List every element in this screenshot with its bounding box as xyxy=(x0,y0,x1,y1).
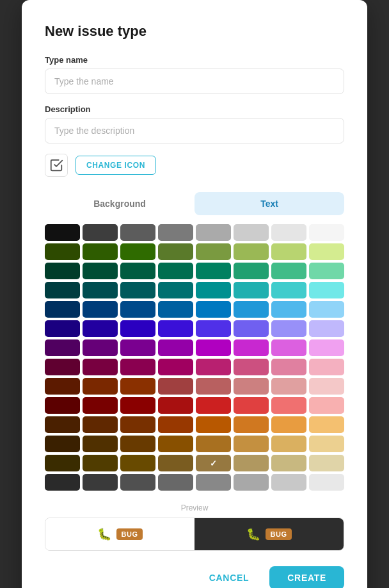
create-button[interactable]: CREATE xyxy=(269,566,344,588)
color-swatch[interactable] xyxy=(234,263,269,279)
color-swatch[interactable] xyxy=(45,339,80,356)
color-swatch[interactable] xyxy=(45,436,80,452)
color-swatch[interactable] xyxy=(196,397,231,414)
color-swatch[interactable] xyxy=(271,243,306,260)
color-swatch[interactable] xyxy=(309,474,344,491)
tab-text[interactable]: Text xyxy=(194,192,344,215)
color-swatch[interactable] xyxy=(83,397,118,414)
color-swatch[interactable] xyxy=(271,359,306,375)
color-swatch[interactable] xyxy=(158,436,193,452)
color-swatch[interactable] xyxy=(271,474,306,491)
color-swatch[interactable] xyxy=(309,378,344,395)
color-swatch[interactable] xyxy=(45,263,80,279)
color-swatch[interactable] xyxy=(309,243,344,260)
color-swatch[interactable] xyxy=(271,301,306,318)
color-swatch[interactable] xyxy=(83,224,118,241)
color-swatch[interactable] xyxy=(158,282,193,298)
color-swatch[interactable] xyxy=(45,397,80,414)
color-swatch[interactable] xyxy=(120,320,155,337)
color-swatch[interactable] xyxy=(196,224,231,241)
color-swatch[interactable] xyxy=(271,436,306,452)
color-swatch[interactable] xyxy=(234,282,269,298)
color-swatch[interactable] xyxy=(234,243,269,260)
color-swatch[interactable] xyxy=(83,455,118,471)
color-swatch[interactable] xyxy=(45,320,80,337)
color-swatch[interactable] xyxy=(158,263,193,279)
color-swatch[interactable] xyxy=(120,282,155,298)
color-swatch[interactable] xyxy=(196,282,231,298)
color-swatch[interactable] xyxy=(234,359,269,375)
color-swatch[interactable] xyxy=(309,339,344,356)
color-swatch[interactable] xyxy=(309,301,344,318)
color-swatch[interactable] xyxy=(158,224,193,241)
color-swatch[interactable] xyxy=(196,339,231,356)
color-swatch[interactable] xyxy=(158,455,193,471)
color-swatch[interactable] xyxy=(45,282,80,298)
cancel-button[interactable]: CANCEL xyxy=(196,566,262,588)
color-swatch[interactable] xyxy=(83,339,118,356)
color-swatch[interactable] xyxy=(45,455,80,471)
color-swatch[interactable] xyxy=(196,436,231,452)
color-swatch[interactable] xyxy=(120,474,155,491)
color-swatch[interactable] xyxy=(196,455,231,471)
color-swatch[interactable] xyxy=(196,378,231,395)
change-icon-button[interactable]: CHANGE ICON xyxy=(75,156,156,175)
color-swatch[interactable] xyxy=(309,359,344,375)
color-swatch[interactable] xyxy=(271,397,306,414)
color-swatch[interactable] xyxy=(271,320,306,337)
color-swatch[interactable] xyxy=(83,301,118,318)
color-swatch[interactable] xyxy=(196,301,231,318)
color-swatch[interactable] xyxy=(271,378,306,395)
color-swatch[interactable] xyxy=(120,301,155,318)
color-swatch[interactable] xyxy=(120,263,155,279)
color-swatch[interactable] xyxy=(158,243,193,260)
color-swatch[interactable] xyxy=(83,436,118,452)
color-swatch[interactable] xyxy=(196,320,231,337)
color-swatch[interactable] xyxy=(158,397,193,414)
color-swatch[interactable] xyxy=(45,301,80,318)
color-swatch[interactable] xyxy=(83,243,118,260)
color-swatch[interactable] xyxy=(158,359,193,375)
color-swatch[interactable] xyxy=(196,474,231,491)
color-swatch[interactable] xyxy=(158,416,193,433)
color-swatch[interactable] xyxy=(120,378,155,395)
color-swatch[interactable] xyxy=(120,416,155,433)
color-swatch[interactable] xyxy=(309,416,344,433)
color-swatch[interactable] xyxy=(45,416,80,433)
color-swatch[interactable] xyxy=(83,282,118,298)
color-swatch[interactable] xyxy=(271,339,306,356)
color-swatch[interactable] xyxy=(120,455,155,471)
color-swatch[interactable] xyxy=(120,359,155,375)
color-swatch[interactable] xyxy=(158,474,193,491)
color-swatch[interactable] xyxy=(234,301,269,318)
color-swatch[interactable] xyxy=(120,397,155,414)
color-swatch[interactable] xyxy=(83,263,118,279)
color-swatch[interactable] xyxy=(83,378,118,395)
color-swatch[interactable] xyxy=(83,320,118,337)
color-swatch[interactable] xyxy=(234,397,269,414)
color-swatch[interactable] xyxy=(309,455,344,471)
color-swatch[interactable] xyxy=(234,436,269,452)
color-swatch[interactable] xyxy=(45,474,80,491)
description-input[interactable] xyxy=(45,118,344,143)
color-swatch[interactable] xyxy=(196,263,231,279)
color-swatch[interactable] xyxy=(120,224,155,241)
color-swatch[interactable] xyxy=(158,339,193,356)
color-swatch[interactable] xyxy=(309,436,344,452)
color-swatch[interactable] xyxy=(158,378,193,395)
color-swatch[interactable] xyxy=(234,455,269,471)
tab-background[interactable]: Background xyxy=(45,192,194,215)
color-swatch[interactable] xyxy=(309,224,344,241)
color-swatch[interactable] xyxy=(234,416,269,433)
color-swatch[interactable] xyxy=(45,243,80,260)
color-swatch[interactable] xyxy=(309,320,344,337)
color-swatch[interactable] xyxy=(45,359,80,375)
color-swatch[interactable] xyxy=(83,416,118,433)
color-swatch[interactable] xyxy=(309,263,344,279)
color-swatch[interactable] xyxy=(309,397,344,414)
color-swatch[interactable] xyxy=(158,301,193,318)
color-swatch[interactable] xyxy=(45,378,80,395)
color-swatch[interactable] xyxy=(271,224,306,241)
color-swatch[interactable] xyxy=(83,359,118,375)
color-swatch[interactable] xyxy=(158,320,193,337)
